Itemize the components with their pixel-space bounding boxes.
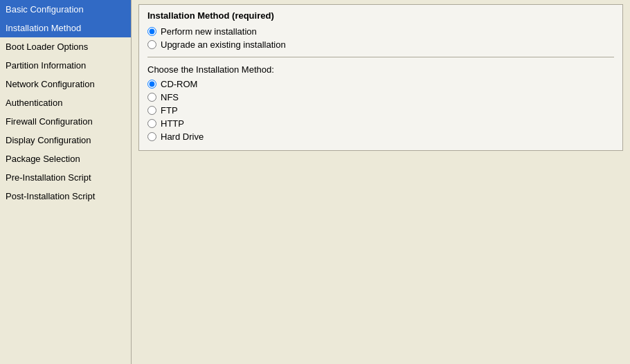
divider (147, 57, 614, 57)
sidebar: Basic ConfigurationInstallation MethodBo… (0, 0, 132, 364)
sidebar-item-basic-configuration[interactable]: Basic Configuration (0, 0, 131, 19)
radio-ftp[interactable] (147, 106, 156, 115)
sidebar-item-network-configuration[interactable]: Network Configuration (0, 75, 131, 93)
radio-perform-new[interactable] (147, 27, 156, 36)
radio-upgrade-existing[interactable] (147, 40, 156, 49)
sidebar-item-partition-information[interactable]: Partition Information (0, 56, 131, 75)
choose-method-label: Choose the Installation Method: (147, 64, 614, 75)
radio-nfs[interactable] (147, 93, 156, 102)
installation-type-group: Perform new installationUpgrade an exist… (147, 26, 614, 50)
section-legend: Installation Method (required) (147, 10, 614, 21)
radio-label-upgrade-existing: Upgrade an existing installation (161, 39, 286, 50)
radio-label-hard-drive: Hard Drive (161, 131, 204, 142)
radio-row-upgrade-existing: Upgrade an existing installation (147, 39, 614, 50)
radio-row-ftp: FTP (147, 105, 614, 116)
sidebar-item-authentication[interactable]: Authentication (0, 93, 131, 112)
sidebar-item-installation-method[interactable]: Installation Method (0, 19, 131, 37)
radio-label-ftp: FTP (161, 105, 178, 116)
radio-row-hard-drive: Hard Drive (147, 131, 614, 142)
radio-label-nfs: NFS (161, 92, 179, 102)
radio-hard-drive[interactable] (147, 132, 156, 141)
method-options-group: CD-ROMNFSFTPHTTPHard Drive (147, 79, 614, 142)
installation-method-section: Installation Method (required) Perform n… (138, 4, 623, 151)
radio-label-cdrom: CD-ROM (161, 79, 197, 89)
sidebar-item-pre-installation-script[interactable]: Pre-Installation Script (0, 168, 131, 187)
sidebar-item-display-configuration[interactable]: Display Configuration (0, 131, 131, 149)
radio-row-nfs: NFS (147, 92, 614, 102)
sidebar-item-package-selection[interactable]: Package Selection (0, 149, 131, 168)
sidebar-item-firewall-configuration[interactable]: Firewall Configuration (0, 112, 131, 131)
radio-label-http: HTTP (161, 118, 184, 129)
radio-cdrom[interactable] (147, 80, 156, 89)
radio-row-perform-new: Perform new installation (147, 26, 614, 37)
radio-row-http: HTTP (147, 118, 614, 129)
radio-row-cdrom: CD-ROM (147, 79, 614, 89)
sidebar-item-post-installation-script[interactable]: Post-Installation Script (0, 187, 131, 206)
radio-label-perform-new: Perform new installation (161, 26, 257, 37)
radio-http[interactable] (147, 119, 156, 128)
sidebar-item-boot-loader-options[interactable]: Boot Loader Options (0, 37, 131, 56)
main-content: Installation Method (required) Perform n… (132, 0, 630, 364)
